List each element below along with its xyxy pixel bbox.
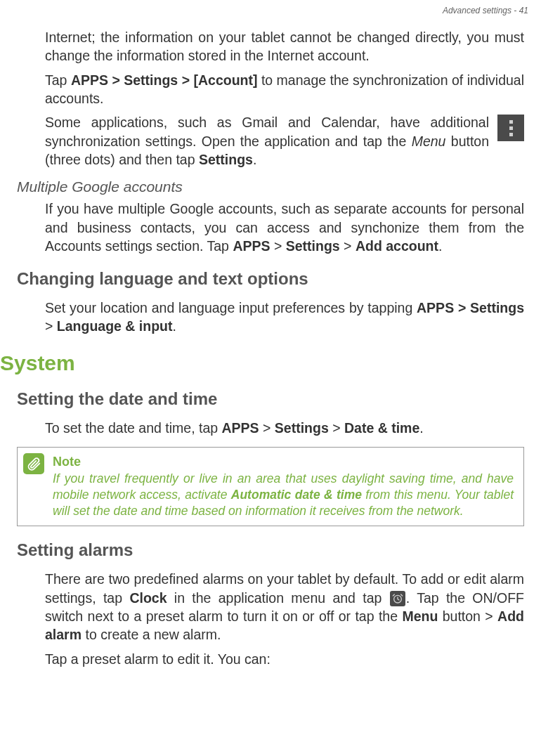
heading-date-time: Setting the date and time xyxy=(17,389,524,409)
note-title: Note xyxy=(53,455,514,469)
text: > xyxy=(259,420,275,436)
text: . xyxy=(438,238,442,254)
subheading-multiple-accounts: Multiple Google accounts xyxy=(17,178,524,195)
text: to create a new alarm. xyxy=(82,627,221,642)
bold-text: APPS xyxy=(222,420,259,436)
paperclip-icon xyxy=(26,456,41,471)
header-text: Advanced settings - 41 xyxy=(443,6,528,15)
text: Internet; the information on your tablet… xyxy=(45,30,524,63)
heading-language: Changing language and text options xyxy=(17,269,524,289)
paragraph-edit-alarm: Tap a preset alarm to edit it. You can: xyxy=(45,650,524,668)
bold-text: Settings xyxy=(199,152,253,167)
alarm-clock-icon xyxy=(390,591,405,606)
heading-system: System xyxy=(0,351,524,375)
text: Tap xyxy=(45,72,71,88)
bold-text: Language & input xyxy=(57,318,173,334)
text: > xyxy=(45,318,57,334)
text: Set your location and language input pre… xyxy=(45,300,417,315)
paragraph-sync-settings: Some applications, such as Gmail and Cal… xyxy=(45,113,524,169)
text: . xyxy=(253,152,256,167)
paragraph-internet: Internet; the information on your tablet… xyxy=(45,28,524,65)
note-box: Note If you travel frequently or live in… xyxy=(17,447,524,526)
text: . xyxy=(419,420,423,436)
page-header: Advanced settings - 41 xyxy=(0,0,541,15)
heading-alarms: Setting alarms xyxy=(17,540,524,560)
text: To set the date and time, tap xyxy=(45,420,222,436)
paragraph-date-time: To set the date and time, tap APPS > Set… xyxy=(45,419,524,437)
text: > xyxy=(270,238,285,254)
paragraph-multiple-accounts: If you have multiple Google accounts, su… xyxy=(45,200,524,255)
menu-dots-icon xyxy=(497,115,524,141)
text: button > xyxy=(438,608,497,624)
bold-italic-text: Automatic date & time xyxy=(231,488,362,502)
bold-text: Clock xyxy=(129,590,167,606)
paragraph-language: Set your location and language input pre… xyxy=(45,299,524,336)
text: . xyxy=(172,318,176,334)
bold-text: APPS > Settings xyxy=(417,300,524,315)
bold-text: APPS xyxy=(233,238,270,254)
bold-text: Settings xyxy=(286,238,340,254)
paragraph-alarms: There are two predefined alarms on your … xyxy=(45,570,524,644)
note-text: If you travel frequently or live in an a… xyxy=(53,471,514,519)
bold-text: Menu xyxy=(402,608,438,624)
paragraph-tap-account: Tap APPS > Settings > [Account] to manag… xyxy=(45,71,524,108)
page-content: Internet; the information on your tablet… xyxy=(0,15,541,668)
text: > xyxy=(340,238,356,254)
text: > xyxy=(329,420,344,436)
bold-text: Date & time xyxy=(344,420,419,436)
note-icon xyxy=(23,453,44,474)
text: in the application menu and tap xyxy=(167,590,389,606)
italic-text: Menu xyxy=(412,133,446,149)
bold-text: APPS > Settings > [Account] xyxy=(71,72,258,88)
bold-text: Settings xyxy=(275,420,329,436)
bold-text: Add account xyxy=(356,238,438,254)
